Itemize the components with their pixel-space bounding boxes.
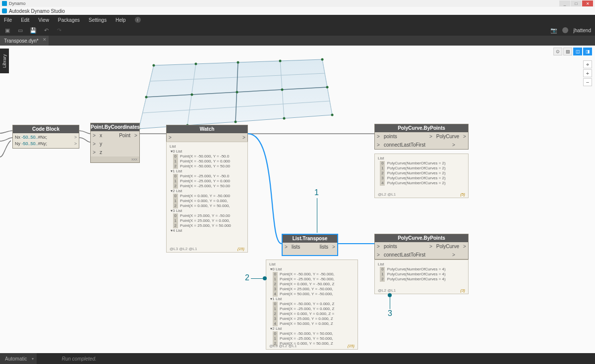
svg-line-2 [146, 87, 327, 97]
chevron-icon[interactable]: > [427, 134, 434, 139]
list-level-indicator[interactable]: @L2 @L1 [378, 288, 396, 293]
save-file-icon[interactable]: 💾 [30, 27, 37, 34]
svg-point-9 [153, 64, 155, 67]
lacing-indicator[interactable]: xxx [91, 156, 139, 162]
output-port[interactable]: > [132, 133, 139, 138]
input-port[interactable]: > [91, 141, 98, 147]
menu-help[interactable]: Help [116, 17, 126, 23]
svg-point-13 [237, 61, 239, 64]
svg-line-3 [143, 101, 330, 113]
node-title: Watch [167, 125, 247, 133]
node-polycurve-bypoints-1[interactable]: PolyCurve.ByPoints >points>PolyCurve> >c… [374, 124, 469, 150]
close-button[interactable]: ✕ [582, 0, 593, 6]
list-level-indicator[interactable]: @L3 @L2 @L1 [269, 344, 297, 349]
run-mode-label: Automatic [5, 356, 27, 362]
graph-view-icon[interactable]: ◫ [573, 48, 582, 55]
node-code-block[interactable]: Code Block Nx -50..50..#Nx;> Ny -50..50.… [12, 125, 79, 149]
tab-label: Transpose.dyn* [4, 38, 39, 44]
chevron-icon[interactable]: > [427, 244, 434, 249]
menu-settings[interactable]: Settings [89, 17, 107, 23]
menu-view[interactable]: View [38, 17, 49, 23]
port-label: y [98, 141, 132, 147]
node-point-bycoordinates[interactable]: Point.ByCoordinates >xPoint> >y >z xxx [90, 123, 140, 163]
annotation-dot [388, 293, 392, 297]
output-port[interactable]: > [330, 244, 337, 250]
svg-point-17 [236, 91, 238, 94]
node-watch[interactable]: Watch >> [166, 125, 248, 142]
input-port[interactable]: > [283, 244, 290, 250]
chevron-icon[interactable]: > [450, 252, 457, 258]
code-text: -50..50.. [22, 141, 38, 146]
input-port[interactable]: > [375, 142, 382, 148]
annotation-line [390, 297, 390, 309]
list-count: {15} [348, 344, 355, 349]
svg-marker-0 [139, 59, 332, 129]
nav-orbit-icon[interactable]: ⊙ [553, 48, 562, 55]
new-file-icon[interactable]: ▣ [4, 27, 11, 34]
port-label: PolyCurve [434, 134, 461, 139]
svg-point-11 [331, 114, 334, 116]
user-avatar-icon[interactable] [562, 27, 568, 33]
input-port[interactable]: > [91, 150, 98, 155]
port-label: lists [290, 244, 318, 250]
input-port[interactable]: > [167, 135, 174, 140]
output-port[interactable]: > [240, 135, 247, 140]
tab-close-icon[interactable]: ✕ [43, 37, 47, 42]
polycurve1-output-list[interactable]: List 0 PolyCurve(NumberOfCurves = 2) 1 P… [374, 154, 469, 198]
run-mode-dropdown[interactable]: Automatic [0, 353, 37, 364]
info-icon[interactable]: ! [135, 17, 141, 23]
code-block-body[interactable]: Nx -50..50..#Nx;> Ny -50..50..#Ny;> [13, 133, 79, 148]
list-level-indicator[interactable]: @L3 @L2 @L1 [170, 247, 197, 252]
port-label: connectLastToFirst [382, 142, 450, 148]
transpose-output-list[interactable]: List ▾0 List 0 Point(X = -50.000, Y = -5… [266, 260, 358, 350]
zoom-out-icon[interactable]: − [583, 78, 592, 86]
maximize-button[interactable]: □ [571, 0, 582, 6]
library-panel-tab[interactable]: Library [0, 49, 9, 73]
3d-preview [124, 51, 342, 132]
annotation-line [251, 278, 263, 279]
list-level-indicator[interactable]: @L2 @L1 [378, 192, 396, 197]
code-text: Nx [15, 135, 22, 140]
input-port[interactable]: > [375, 134, 382, 139]
node-title: PolyCurve.ByPoints [375, 124, 468, 132]
svg-line-5 [236, 62, 238, 122]
node-list-transpose[interactable]: List.Transpose >listslists> [282, 234, 338, 256]
open-file-icon[interactable]: ▭ [17, 27, 24, 34]
input-port[interactable]: > [375, 244, 382, 249]
port-label: PolyCurve [434, 244, 461, 249]
redo-icon[interactable]: ↷ [56, 27, 62, 34]
node-title: Code Block [13, 125, 79, 133]
menu-packages[interactable]: Packages [58, 17, 80, 23]
node-title: List.Transpose [283, 235, 337, 243]
node-polycurve-bypoints-2[interactable]: PolyCurve.ByPoints >points>PolyCurve> >c… [374, 234, 469, 260]
input-port[interactable]: > [91, 133, 98, 138]
node-title: Point.ByCoordinates [91, 123, 139, 131]
output-port[interactable]: > [461, 134, 468, 139]
geometry-view-icon[interactable]: ◨ [583, 48, 592, 55]
code-text: -50..50.. [22, 135, 38, 140]
undo-icon[interactable]: ↶ [43, 27, 50, 34]
port-label: lists [318, 244, 330, 250]
username[interactable]: jhattend [573, 28, 591, 33]
polycurve2-output-list[interactable]: List 0 PolyCurve(NumberOfCurves = 4) 1 P… [374, 260, 469, 294]
zoom-in-icon[interactable]: + [583, 69, 592, 77]
input-port[interactable]: > [375, 252, 382, 258]
code-text: #Ny; [38, 141, 48, 146]
menu-file[interactable]: File [4, 17, 12, 23]
nav-pan-icon[interactable]: ▧ [563, 48, 572, 55]
zoom-toolbar: ⌖ + − [583, 60, 592, 86]
svg-point-22 [191, 94, 193, 96]
graph-canvas[interactable]: Library ⊙ ▧ ◫ ◨ ⌖ + − [0, 46, 595, 353]
tab-transpose[interactable]: Transpose.dyn* ✕ [0, 36, 49, 46]
code-text: #Nx; [38, 135, 48, 140]
svg-line-8 [322, 59, 332, 115]
minimize-button[interactable]: _ [559, 0, 570, 6]
zoom-fit-icon[interactable]: ⌖ [583, 60, 592, 68]
annotation-1: 1 [314, 188, 319, 197]
menu-edit[interactable]: Edit [21, 17, 29, 23]
chevron-icon[interactable]: > [450, 142, 457, 148]
camera-icon[interactable]: 📷 [550, 27, 557, 34]
watch-output-list[interactable]: List ▾0 List 0 Point(X = -50.000, Y = -5… [166, 142, 248, 253]
svg-line-1 [150, 73, 325, 81]
output-port[interactable]: > [461, 244, 468, 249]
